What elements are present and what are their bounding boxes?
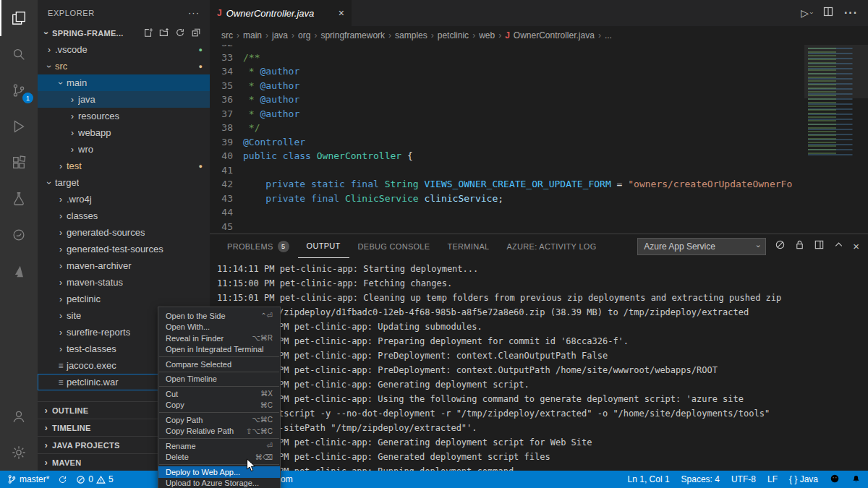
tree-item-target[interactable]: ›target xyxy=(38,174,210,191)
breadcrumb-item-src[interactable]: src xyxy=(221,30,233,40)
explorer-icon[interactable] xyxy=(0,0,38,36)
token: VIEWS_OWNER_CREATE_OR_UPDATE_FORM xyxy=(424,179,610,189)
menu-item-open-to-the-side[interactable]: Open to the Side⌃⏎ xyxy=(158,310,280,322)
problems-indicator[interactable]: 0 5 xyxy=(76,474,113,484)
open-in-editor-icon[interactable] xyxy=(814,239,825,253)
line-number: 44 xyxy=(210,205,243,220)
tree-item-resources[interactable]: ›resources xyxy=(38,108,210,124)
breadcrumb-item-samples[interactable]: samples xyxy=(395,30,427,40)
close-panel-icon[interactable]: × xyxy=(853,240,859,252)
breadcrumb-item-ownercontroller-java[interactable]: OwnerController.java xyxy=(514,30,595,40)
tree-item-label: java xyxy=(78,94,95,105)
tree-item-generated-sources[interactable]: ›generated-sources xyxy=(38,224,210,241)
azure-icon[interactable] xyxy=(0,253,38,289)
menu-item-deploy-to-web-app[interactable]: Deploy to Web App... xyxy=(158,466,280,478)
tree-item-src[interactable]: ›src● xyxy=(38,58,210,74)
menu-item-copy-relative-path[interactable]: Copy Relative Path⇧⌥⌘C xyxy=(158,426,280,437)
git-branch-indicator[interactable]: master* xyxy=(7,474,49,484)
menu-item-reveal-in-finder[interactable]: Reveal in Finder⌥⌘R xyxy=(158,333,280,344)
menu-item-label: Copy Relative Path xyxy=(166,427,234,435)
tree-item-classes[interactable]: ›classes xyxy=(38,207,210,224)
menu-item-rename[interactable]: Rename⏎ xyxy=(158,440,280,452)
run-debug-icon[interactable] xyxy=(0,108,38,145)
tree-item-main[interactable]: ›main xyxy=(38,74,210,91)
output-channel-dropdown[interactable]: Azure App Service › xyxy=(637,238,766,255)
menu-item-open-with[interactable]: Open With... xyxy=(158,322,280,333)
spring-boot-icon[interactable] xyxy=(0,217,38,253)
token: { xyxy=(401,150,413,161)
more-actions-icon[interactable]: ··· xyxy=(188,7,200,18)
tree-item-wro4j[interactable]: ›.wro4j xyxy=(38,191,210,207)
tree-item-maven-archiver[interactable]: ›maven-archiver xyxy=(38,257,210,274)
source-control-icon[interactable]: 1 xyxy=(0,72,38,108)
minimap[interactable] xyxy=(804,45,868,234)
feedback-icon[interactable] xyxy=(830,474,840,486)
git-status-dot: ● xyxy=(199,46,203,53)
lock-icon[interactable] xyxy=(794,239,805,253)
menu-item-copy[interactable]: Copy⌘C xyxy=(158,400,280,411)
menu-item-copy-path[interactable]: Copy Path⌥⌘C xyxy=(158,414,280,426)
panel-tab-azure-activity-log[interactable]: AZURE: ACTIVITY LOG xyxy=(498,234,605,258)
menu-item-compare-selected[interactable]: Compare Selected xyxy=(158,359,280,370)
split-editor-icon[interactable] xyxy=(822,6,834,20)
code-text: private static final String VIEWS_OWNER_… xyxy=(243,177,792,192)
menu-item-shortcut: ⌘⌫ xyxy=(255,453,273,461)
menu-separator xyxy=(159,412,279,413)
code-editor[interactable]: 3233/**34 * @author35 * @author36 * @aut… xyxy=(210,45,868,234)
close-icon[interactable]: × xyxy=(339,7,344,19)
panel-tab-debug-console[interactable]: DEBUG CONSOLE xyxy=(349,234,439,258)
tree-item-vscode[interactable]: ›.vscode● xyxy=(38,41,210,58)
menu-item-open-timeline[interactable]: Open Timeline xyxy=(158,374,280,385)
panel-tab-output[interactable]: OUTPUT xyxy=(298,234,349,258)
breadcrumb-item-web[interactable]: web xyxy=(479,30,495,40)
menu-item-open-in-integrated-terminal[interactable]: Open in Integrated Terminal xyxy=(158,344,280,356)
extensions-icon[interactable] xyxy=(0,145,38,181)
breadcrumb-item-java[interactable]: java xyxy=(272,30,288,40)
breadcrumb-item-main[interactable]: main xyxy=(243,30,262,40)
chevron-right-icon: › xyxy=(41,440,52,450)
settings-gear-icon[interactable] xyxy=(0,435,38,471)
breadcrumb-item-org[interactable]: org xyxy=(298,30,310,40)
project-section-header[interactable]: › SPRING-FRAME... xyxy=(38,25,210,41)
tree-item-java[interactable]: ›java xyxy=(38,91,210,108)
menu-item-shortcut: ⌘C xyxy=(260,401,273,409)
sync-button[interactable] xyxy=(58,475,67,484)
collapse-all-icon[interactable] xyxy=(191,27,201,39)
tree-item-generated-test-sources[interactable]: ›generated-test-sources xyxy=(38,241,210,257)
menu-item-upload-to-azure-storage[interactable]: Upload to Azure Storage... xyxy=(158,478,280,488)
menu-item-cut[interactable]: Cut⌘X xyxy=(158,388,280,400)
chevron-down-icon: › xyxy=(754,245,762,247)
language-mode[interactable]: { } Java xyxy=(789,474,818,484)
indentation-setting[interactable]: Spaces: 4 xyxy=(681,474,720,484)
run-button[interactable]: ▷› xyxy=(801,7,812,19)
breadcrumb-item-[interactable]: ... xyxy=(605,30,612,40)
breadcrumb-item-springframework[interactable]: springframework xyxy=(320,30,385,40)
more-actions-icon[interactable]: ··· xyxy=(844,7,858,20)
panel-tab-terminal[interactable]: TERMINAL xyxy=(438,234,498,258)
notifications-bell-icon[interactable] xyxy=(851,474,861,486)
maximize-panel-icon[interactable] xyxy=(833,239,844,253)
chevron-right-icon: › xyxy=(67,111,78,121)
eol-setting[interactable]: LF xyxy=(767,474,778,484)
tree-item-petclinic[interactable]: ›petclinic xyxy=(38,291,210,307)
tree-item-wro[interactable]: ›wro xyxy=(38,141,210,158)
output-log[interactable]: 11:14:11 PM pet-clinic-app: Starting dep… xyxy=(210,258,868,471)
account-icon[interactable] xyxy=(0,398,38,435)
clear-output-icon[interactable] xyxy=(775,239,786,253)
refresh-icon[interactable] xyxy=(175,27,185,39)
tree-item-test[interactable]: ›test● xyxy=(38,158,210,174)
tab-ownercontroller-java[interactable]: J OwnerController.java × xyxy=(210,0,352,26)
new-folder-icon[interactable] xyxy=(159,27,169,39)
tree-item-webapp[interactable]: ›webapp xyxy=(38,124,210,141)
breadcrumb-item-petclinic[interactable]: petclinic xyxy=(438,30,469,40)
cursor-position[interactable]: Ln 1, Col 1 xyxy=(628,474,670,484)
new-file-icon[interactable] xyxy=(143,27,153,39)
menu-item-delete[interactable]: Delete⌘⌫ xyxy=(158,452,280,463)
search-icon[interactable] xyxy=(0,36,38,72)
tree-item-maven-status[interactable]: ›maven-status xyxy=(38,274,210,291)
testing-icon[interactable] xyxy=(0,181,38,217)
panel-tab-bar: PROBLEMS5OUTPUTDEBUG CONSOLETERMINALAZUR… xyxy=(210,234,868,258)
panel-tab-problems[interactable]: PROBLEMS5 xyxy=(218,234,298,258)
menu-item-label: Delete xyxy=(166,453,189,461)
encoding-setting[interactable]: UTF-8 xyxy=(731,474,756,484)
